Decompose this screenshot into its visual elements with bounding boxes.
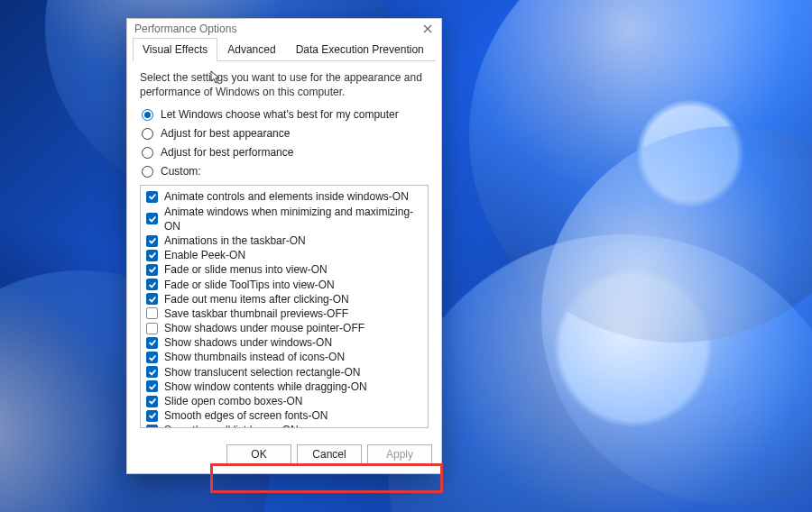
checkbox-checked-icon xyxy=(146,235,158,247)
tab-data-execution-prevention[interactable]: Data Execution Prevention xyxy=(286,38,434,61)
checkbox-unchecked-icon xyxy=(146,307,158,319)
list-item[interactable]: Show window contents while dragging-ON xyxy=(144,379,424,394)
checkbox-unchecked-icon xyxy=(146,323,158,334)
list-item-label: Show shadows under windows-ON xyxy=(164,335,332,350)
checkbox-checked-icon xyxy=(146,250,158,261)
tab-visual-effects[interactable]: Visual Effects xyxy=(133,38,217,61)
radio-option[interactable]: Custom: xyxy=(142,165,429,178)
list-item[interactable]: Smooth-scroll list boxes-ON xyxy=(144,423,424,428)
description-text: Select the settings you want to use for … xyxy=(140,70,429,99)
close-icon[interactable] xyxy=(421,23,434,35)
list-item[interactable]: Show thumbnails instead of icons-ON xyxy=(144,350,424,364)
cancel-button[interactable]: Cancel xyxy=(297,444,362,464)
list-item-label: Save taskbar thumbnail previews-OFF xyxy=(164,306,348,321)
list-item[interactable]: Fade or slide ToolTips into view-ON xyxy=(144,278,424,292)
list-item-label: Show window contents while dragging-ON xyxy=(164,379,367,394)
checkbox-checked-icon xyxy=(146,191,158,203)
list-item[interactable]: Enable Peek-ON xyxy=(144,248,424,262)
checkbox-checked-icon xyxy=(146,264,158,276)
checkbox-checked-icon xyxy=(146,410,158,422)
visual-effects-listbox[interactable]: Animate controls and elements inside win… xyxy=(140,185,429,428)
tab-advanced[interactable]: Advanced xyxy=(217,38,285,61)
list-item[interactable]: Fade out menu items after clicking-ON xyxy=(144,292,424,306)
window-title: Performance Options xyxy=(134,23,236,35)
radio-option[interactable]: Let Windows choose what's best for my co… xyxy=(142,108,429,121)
list-item-label: Smooth-scroll list boxes-ON xyxy=(164,423,299,428)
checkbox-checked-icon xyxy=(146,380,158,392)
radio-label: Adjust for best appearance xyxy=(161,127,290,140)
list-item-label: Animate windows when minimizing and maxi… xyxy=(164,205,422,233)
list-item[interactable]: Show shadows under windows-ON xyxy=(144,335,424,350)
list-item[interactable]: Fade or slide menus into view-ON xyxy=(144,262,424,277)
list-item-label: Fade out menu items after clicking-ON xyxy=(164,292,349,306)
list-item[interactable]: Animations in the taskbar-ON xyxy=(144,233,424,248)
radio-label: Adjust for best performance xyxy=(161,146,293,159)
apply-button[interactable]: Apply xyxy=(367,444,432,464)
checkbox-checked-icon xyxy=(146,213,158,224)
radio-icon xyxy=(142,128,153,140)
list-item-label: Smooth edges of screen fonts-ON xyxy=(164,408,328,423)
checkbox-checked-icon xyxy=(146,366,158,378)
radio-label: Custom: xyxy=(161,165,201,178)
ok-button[interactable]: OK xyxy=(226,444,291,464)
titlebar[interactable]: Performance Options xyxy=(127,19,441,37)
list-item-label: Slide open combo boxes-ON xyxy=(164,394,302,408)
list-item-label: Show translucent selection rectangle-ON xyxy=(164,365,360,379)
list-item-label: Fade or slide menus into view-ON xyxy=(164,262,328,277)
tabs: Visual EffectsAdvancedData Execution Pre… xyxy=(133,37,436,61)
checkbox-checked-icon xyxy=(146,279,158,290)
dialog-button-bar: OK Cancel Apply xyxy=(127,435,441,473)
checkbox-checked-icon xyxy=(146,425,158,428)
radio-label: Let Windows choose what's best for my co… xyxy=(161,108,399,121)
list-item[interactable]: Save taskbar thumbnail previews-OFF xyxy=(144,306,424,321)
list-item-label: Enable Peek-ON xyxy=(164,248,245,262)
list-item[interactable]: Show translucent selection rectangle-ON xyxy=(144,365,424,379)
list-item[interactable]: Animate controls and elements inside win… xyxy=(144,189,424,204)
checkbox-checked-icon xyxy=(146,293,158,305)
checkbox-checked-icon xyxy=(146,396,158,407)
list-item[interactable]: Show shadows under mouse pointer-OFF xyxy=(144,321,424,335)
list-item[interactable]: Slide open combo boxes-ON xyxy=(144,394,424,408)
list-item-label: Animations in the taskbar-ON xyxy=(164,233,306,248)
radio-option[interactable]: Adjust for best performance xyxy=(142,146,429,159)
performance-options-dialog: Performance Options Visual EffectsAdvanc… xyxy=(126,18,442,474)
cursor-icon xyxy=(210,70,221,87)
radio-icon xyxy=(142,166,153,178)
list-item-label: Fade or slide ToolTips into view-ON xyxy=(164,278,335,292)
list-item[interactable]: Animate windows when minimizing and maxi… xyxy=(144,205,424,233)
radio-icon xyxy=(142,109,153,121)
tab-content: Select the settings you want to use for … xyxy=(127,61,441,435)
list-item-label: Show shadows under mouse pointer-OFF xyxy=(164,321,364,335)
list-item[interactable]: Smooth edges of screen fonts-ON xyxy=(144,408,424,423)
radio-icon xyxy=(142,147,153,159)
preset-radio-group: Let Windows choose what's best for my co… xyxy=(142,108,429,178)
list-item-label: Show thumbnails instead of icons-ON xyxy=(164,350,345,364)
checkbox-checked-icon xyxy=(146,352,158,363)
checkbox-checked-icon xyxy=(146,337,158,349)
list-item-label: Animate controls and elements inside win… xyxy=(164,189,409,204)
radio-option[interactable]: Adjust for best appearance xyxy=(142,127,429,140)
